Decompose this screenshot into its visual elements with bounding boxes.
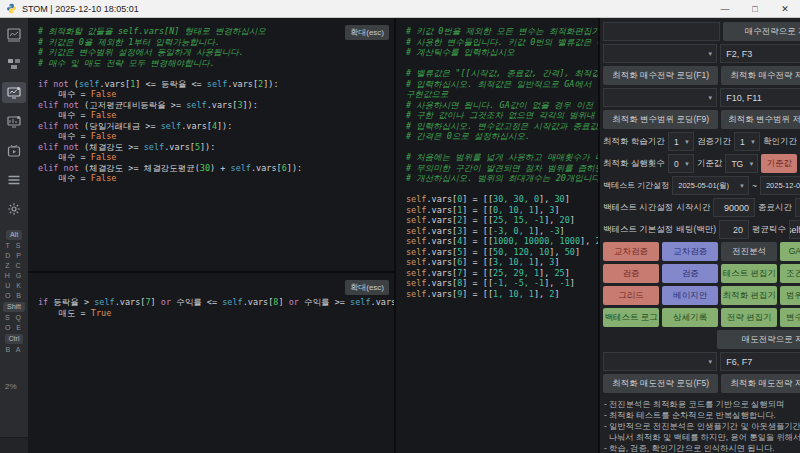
range-hotkeys-field: F10, F11: [720, 88, 800, 107]
sidebar-footer: [0, 437, 28, 453]
code-line: self.vars[6] = [[3, 10, 1], 3]: [406, 257, 592, 268]
shortcut-key-hint: Z C: [5, 261, 22, 271]
shortcut-key-hint: H G: [5, 271, 23, 281]
learn-period-select[interactable]: 1▼: [668, 132, 694, 151]
strategy-editor-icon[interactable]: [2, 82, 26, 103]
help-text: - 전진분석은 최적화용 코드를 기반으로 실행되며- 최적화 테스트를 순차적…: [603, 397, 800, 453]
minimize-icon[interactable]: —: [710, 0, 740, 17]
save-variable-range-button[interactable]: 최적화 변수범위 저장(F12): [721, 110, 800, 129]
chevron-down-icon: ▼: [680, 161, 690, 167]
chevron-down-icon: ▼: [703, 95, 713, 101]
criterion-select[interactable]: TG▼: [725, 154, 758, 173]
chevron-down-icon: ▼: [735, 183, 745, 189]
variable-range-editor[interactable]: # 키값 0번을 제외한 모든 변수는 최적화편집기에서# 사용한 변수들입니다…: [396, 18, 598, 453]
code-line: # 처음에는 범위를 넓게 사용하고 매매횟수가 너무 적거나: [406, 152, 592, 163]
panel-grid-button[interactable]: 검증: [662, 264, 718, 283]
holdings-icon[interactable]: [2, 53, 26, 74]
panel-grid-button[interactable]: 검증: [603, 264, 659, 283]
code-line: self.vars[2] = [[25, 15, -1], 20]: [406, 215, 592, 226]
chevron-down-icon: ▼: [746, 139, 756, 145]
code-line: [38, 68, 388, 79]
optimize-editor-icon[interactable]: [2, 111, 26, 132]
panel-grid-button[interactable]: 교차검증: [662, 242, 718, 261]
panel-grid-button[interactable]: 상세기록: [662, 308, 718, 327]
code-line: [406, 142, 592, 153]
save-opt-buy-strategy-button[interactable]: 최적화 매수전략 저장(F4): [721, 66, 800, 85]
confirm-period-label: 확인기간: [763, 136, 797, 148]
shortcut-key-hint: T S: [6, 241, 23, 251]
panel-grid-button[interactable]: GA 편집기: [780, 242, 800, 261]
variable-range-select[interactable]: ▼: [603, 88, 717, 107]
shortcut-key-hint: O E: [5, 323, 23, 333]
sell-strategy-select[interactable]: ▼: [603, 352, 717, 371]
panel-grid-button[interactable]: 테스트 편집기: [721, 264, 777, 283]
start-date-select[interactable]: 2025-05-01(월)▼: [672, 176, 749, 195]
betting-label: 배팅(백만): [676, 224, 716, 236]
optimization-panel: 매수전략으로 저장 ▼ F2, F3 최적화 매수전략 로딩(F1) 최적화 매…: [600, 18, 800, 453]
save-as-sell-strategy-button[interactable]: 매도전략으로 저장: [717, 330, 800, 349]
end-date-select[interactable]: 2025-12-05(금)▼: [760, 176, 800, 195]
panel-grid-button[interactable]: 최적화 편집기: [721, 286, 777, 305]
backtest-time-label: 백테스트 시간설정: [603, 202, 673, 214]
help-line: - 학습, 검증, 확인기간으로 인식하시면 됩니다.: [604, 443, 800, 453]
chart-icon[interactable]: [2, 24, 26, 45]
panel-grid-button[interactable]: 변수 편집기: [780, 308, 800, 327]
panel-grid-button[interactable]: 그리드: [603, 286, 659, 305]
backtest-basic-label: 백테스트 기본설정: [603, 224, 673, 236]
panel-grid-button[interactable]: 조건 편집기: [780, 264, 800, 283]
code-line: # 밸류값은 "[[시작값, 종료값, 간격], 최적값]"을: [406, 68, 592, 79]
app-body: AltT SD PZ CH GU KO BShiftS QO ECtrlB A …: [0, 18, 800, 453]
code-line: elif not (체결강도 >= 체결강도평균(30) + self.vars…: [38, 163, 388, 174]
valid-period-select[interactable]: 1▼: [734, 132, 760, 151]
code-line: 매도 = True: [38, 308, 388, 319]
panel-grid-button[interactable]: 교차검증: [603, 242, 659, 261]
buy-strategy-editor[interactable]: 확대(esc) # 최적화할 값들을 self.vars[N] 형태로 변경하십…: [28, 18, 394, 271]
save-opt-sell-strategy-button[interactable]: 최적화 매도전략 저장(F8): [721, 374, 800, 393]
zoom-level-label: 2%: [5, 382, 17, 391]
avg-tick-input[interactable]: self.vars[0]: [789, 220, 800, 239]
load-variable-range-button[interactable]: 최적화 변수범위 로딩(F9): [603, 110, 718, 129]
modifier-key-badge: Shift: [3, 302, 25, 312]
buy-strategy-name-input[interactable]: [603, 22, 720, 41]
code-line: self.vars[9] = [[1, 10, 1], 2]: [406, 289, 592, 300]
maximize-editor-button[interactable]: 확대(esc): [345, 280, 389, 295]
code-line: elif not (당일거래대금 >= self.vars[4]):: [38, 121, 388, 132]
list-icon[interactable]: [2, 169, 26, 190]
buy-strategy-code[interactable]: # 최적화할 값들을 self.vars[N] 형태로 변경하십시오# 키값은 …: [28, 18, 394, 184]
panel-grid-button[interactable]: 백테스트 로그: [603, 308, 659, 327]
maximize-icon[interactable]: □: [740, 0, 770, 17]
panel-grid-button[interactable]: 범위 편집기: [780, 286, 800, 305]
chevron-down-icon: ▼: [703, 359, 713, 365]
criterion-button[interactable]: 기준값: [761, 154, 797, 173]
sell-strategy-code[interactable]: if 등락율 > self.vars[7] or 수익률 <= self.var…: [28, 273, 394, 318]
load-opt-sell-strategy-button[interactable]: 최적화 매도전략 로딩(F5): [603, 374, 718, 393]
start-time-input[interactable]: 90000: [713, 198, 755, 217]
load-opt-buy-strategy-button[interactable]: 최적화 매수전략 로딩(F1): [603, 66, 718, 85]
maximize-editor-button[interactable]: 확대(esc): [345, 25, 389, 40]
run-count-select[interactable]: 0▼: [668, 154, 694, 173]
panel-grid-button[interactable]: 베이지안: [662, 286, 718, 305]
backtester-icon[interactable]: [2, 140, 26, 161]
buy-strategy-select[interactable]: ▼: [603, 44, 717, 63]
close-icon[interactable]: ✕: [770, 0, 800, 17]
save-as-buy-strategy-button[interactable]: 매수전략으로 저장: [723, 22, 800, 41]
betting-input[interactable]: 20: [719, 220, 749, 239]
end-time-input[interactable]: 93000: [795, 198, 800, 217]
learn-period-label: 최적화 학습기간: [603, 136, 665, 148]
settings-gear-icon[interactable]: [2, 198, 26, 219]
code-line: # 키값은 변수범위 설정에서 동일하게 사용됩니다.: [38, 47, 388, 58]
panel-grid-button[interactable]: 전략 편집기: [721, 308, 777, 327]
buy-hotkeys-field: F2, F3: [720, 44, 800, 63]
window-title: STOM | 2025-12-10 18:05:01: [22, 4, 139, 14]
sell-strategy-editor[interactable]: 확대(esc) if 등락율 > self.vars[7] or 수익률 <= …: [28, 273, 394, 453]
code-line: self.vars[4] = [[1000, 10000, 1000], 200…: [406, 236, 592, 247]
sell-hotkeys-field: F6, F7: [720, 352, 800, 371]
code-line: # 사용하시면 됩니다. GA값이 없을 경우 이전 최적화에서: [406, 100, 592, 111]
code-line: [406, 58, 592, 69]
shortcut-key-hint: O B: [5, 291, 23, 301]
panel-grid-button[interactable]: 전진분석: [721, 242, 777, 261]
variable-range-code[interactable]: # 키값 0번을 제외한 모든 변수는 최적화편집기에서# 사용한 변수들입니다…: [396, 18, 598, 299]
help-line: - 전진분석은 최적화용 코드를 기반으로 실행되며: [604, 399, 800, 410]
code-line: # 키값은 0을 제외한 1부터 입력가능합니다.: [38, 37, 388, 48]
shortcut-key-hint: S Q: [5, 313, 23, 323]
